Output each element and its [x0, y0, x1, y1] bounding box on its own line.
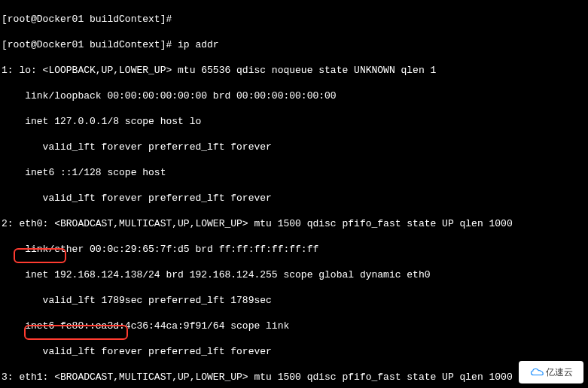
terminal-line: valid_lft 1789sec preferred_lft 1789sec — [2, 294, 586, 307]
terminal-line: 3: eth1: <BROADCAST,MULTICAST,UP,LOWER_U… — [2, 371, 586, 383]
terminal-line: link/ether 00:0c:29:65:7f:d5 brd ff:ff:f… — [2, 243, 586, 256]
terminal-line: 2: eth0: <BROADCAST,MULTICAST,UP,LOWER_U… — [2, 217, 586, 230]
watermark-text: 亿速云 — [546, 366, 573, 379]
terminal-line: inet6 fe80::ca3d:4c36:44ca:9f91/64 scope… — [2, 320, 586, 332]
terminal-line: [root@Docker01 buildContext]# — [2, 13, 586, 26]
terminal-line: valid_lft forever preferred_lft forever — [2, 141, 586, 153]
watermark-logo: 亿速云 — [519, 361, 583, 383]
terminal-line: inet 127.0.0.1/8 scope host lo — [2, 115, 586, 128]
terminal-output: [root@Docker01 buildContext]# [root@Dock… — [0, 0, 588, 388]
terminal-line: inet 192.168.124.138/24 brd 192.168.124.… — [2, 268, 586, 281]
terminal-line: inet6 ::1/128 scope host — [2, 166, 586, 179]
terminal-line: [root@Docker01 buildContext]# ip addr — [2, 38, 586, 51]
terminal-line: valid_lft forever preferred_lft forever — [2, 192, 586, 205]
terminal-line: link/loopback 00:00:00:00:00:00 brd 00:0… — [2, 89, 586, 102]
cloud-icon — [530, 367, 544, 377]
terminal-line: valid_lft forever preferred_lft forever — [2, 345, 586, 358]
terminal-line: 1: lo: <LOOPBACK,UP,LOWER_UP> mtu 65536 … — [2, 64, 586, 77]
